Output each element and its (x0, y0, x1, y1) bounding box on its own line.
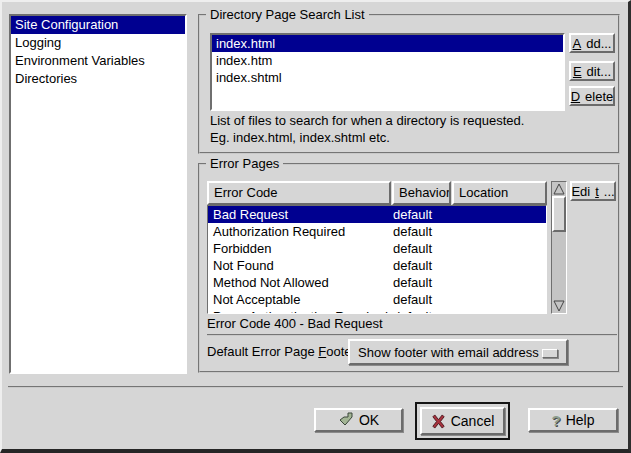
delete-button[interactable]: Delete (569, 86, 615, 106)
file-list-caption-2: Eg. index.html, index.shtml etc. (210, 130, 390, 146)
file-list-item[interactable]: index.shtml (212, 69, 563, 86)
footer-dropdown-value: Show footer with email address (358, 345, 542, 360)
default-button-frame: Cancel (415, 402, 510, 440)
separator (207, 334, 617, 336)
directory-search-frame: Directory Page Search List index.html in… (198, 14, 620, 154)
table-row[interactable]: Forbidden default (208, 240, 546, 257)
add-button[interactable]: Add... (569, 33, 615, 53)
file-list-item[interactable]: index.htm (212, 52, 563, 69)
error-table-header: Error Code Behavior Location (207, 181, 547, 205)
file-list-item[interactable]: index.html (212, 35, 563, 52)
cancel-button[interactable]: Cancel (420, 407, 505, 435)
table-row[interactable]: Not Found default (208, 257, 546, 274)
table-row[interactable]: Not Acceptable default (208, 291, 546, 308)
sidebar-item[interactable]: Environment Variables (11, 52, 185, 70)
help-question-icon: ? (552, 412, 561, 429)
directory-file-list[interactable]: index.html index.htm index.shtml (210, 33, 565, 111)
table-row[interactable]: Bad Request default (208, 206, 546, 223)
error-table: Error Code Behavior Location Bad Request… (207, 181, 547, 314)
table-row[interactable]: Authorization Required default (208, 223, 546, 240)
dialog-window: Site Configuration Logging Environment V… (0, 0, 631, 453)
error-table-body[interactable]: Bad Request default Authorization Requir… (207, 205, 547, 314)
column-header-error-code[interactable]: Error Code (207, 181, 391, 205)
cancel-x-icon (431, 414, 446, 429)
scrollbar-up-arrow-icon[interactable] (553, 183, 565, 195)
file-list-caption-1: List of files to search for when a direc… (210, 113, 524, 129)
cancel-button-label: Cancel (451, 413, 495, 429)
error-pages-frame: Error Pages Error Code Behavior Location… (198, 163, 620, 373)
table-row[interactable]: Method Not Allowed default (208, 274, 546, 291)
sidebar-item[interactable]: Directories (11, 70, 185, 88)
sidebar-item[interactable]: Site Configuration (11, 16, 185, 34)
separator (8, 386, 623, 388)
scrollbar-thumb[interactable] (552, 196, 566, 232)
error-code-status: Error Code 400 - Bad Request (207, 316, 383, 332)
frame-title: Directory Page Search List (206, 7, 369, 23)
column-header-location[interactable]: Location (452, 181, 547, 205)
category-list[interactable]: Site Configuration Logging Environment V… (9, 14, 187, 374)
footer-dropdown-label: Default Error Page Footer: (207, 344, 359, 360)
option-menu-indicator-icon (542, 349, 558, 358)
ok-check-arrow-icon (338, 412, 354, 428)
edit-error-button[interactable]: Edit... (570, 181, 616, 201)
table-row[interactable]: Proxy Authentication Required default (208, 308, 546, 314)
scrollbar-down-arrow-icon[interactable] (553, 300, 565, 312)
ok-button[interactable]: OK (314, 408, 403, 432)
help-button[interactable]: ? Help (528, 408, 618, 432)
ok-button-label: OK (359, 412, 379, 428)
frame-title: Error Pages (206, 156, 283, 172)
vertical-scrollbar[interactable] (551, 181, 567, 314)
column-header-behavior[interactable]: Behavior (392, 181, 451, 205)
footer-dropdown[interactable]: Show footer with email address (348, 339, 568, 365)
edit-button[interactable]: Edit... (569, 61, 615, 81)
help-button-label: Help (566, 412, 595, 428)
sidebar-item[interactable]: Logging (11, 34, 185, 52)
